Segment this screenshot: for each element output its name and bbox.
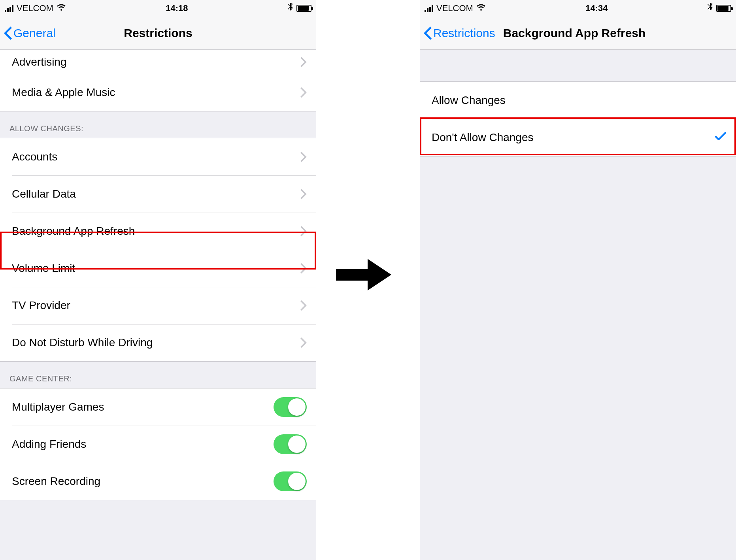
section-header-allow: ALLOW CHANGES: — [0, 111, 316, 138]
row-volume-limit[interactable]: Volume Limit — [0, 250, 316, 287]
row-tv-provider[interactable]: TV Provider — [0, 287, 316, 324]
nav-title: Background App Refresh — [503, 26, 646, 40]
row-dont-allow-changes[interactable]: Don't Allow Changes — [420, 119, 736, 156]
carrier-label: VELCOM — [436, 3, 473, 13]
row-adding-friends[interactable]: Adding Friends — [0, 426, 316, 463]
chevron-right-icon — [300, 57, 307, 67]
row-multiplayer-games[interactable]: Multiplayer Games — [0, 388, 316, 426]
row-screen-recording[interactable]: Screen Recording — [0, 463, 316, 500]
status-right — [708, 3, 731, 14]
row-label: Accounts — [12, 151, 300, 163]
chevron-right-icon — [300, 189, 307, 199]
status-time: 14:34 — [585, 3, 608, 13]
row-label: Media & Apple Music — [12, 86, 300, 99]
bottom-gap — [0, 500, 316, 520]
row-cellular-data[interactable]: Cellular Data — [0, 175, 316, 213]
row-label: Adding Friends — [12, 438, 274, 451]
status-bar: VELCOM 14:34 — [420, 0, 736, 17]
wifi-icon — [476, 3, 486, 13]
battery-icon — [296, 5, 311, 12]
nav-title: Restrictions — [124, 26, 192, 40]
status-left: VELCOM — [425, 3, 486, 13]
top-gap — [420, 50, 736, 81]
section-header-game-center: GAME CENTER: — [0, 362, 316, 388]
nav-back-label: General — [13, 26, 56, 40]
nav-back-label: Restrictions — [433, 26, 495, 40]
signal-icon — [5, 4, 13, 12]
row-label: Allow Changes — [432, 94, 727, 107]
row-label: Don't Allow Changes — [432, 131, 715, 144]
row-label: Advertising — [12, 56, 300, 68]
row-media-apple-music[interactable]: Media & Apple Music — [0, 74, 316, 111]
nav-back-button[interactable]: General — [0, 26, 56, 40]
row-advertising[interactable]: Advertising — [0, 50, 316, 74]
toggle-switch[interactable] — [274, 397, 307, 417]
row-background-app-refresh[interactable]: Background App Refresh — [0, 213, 316, 250]
phone-right: VELCOM 14:34 Restrictions Background App… — [420, 0, 736, 560]
chevron-right-icon — [300, 300, 307, 311]
chevron-left-icon — [424, 26, 432, 40]
chevron-right-icon — [300, 152, 307, 162]
row-label: Volume Limit — [12, 262, 300, 275]
checkmark-icon — [715, 132, 727, 143]
game-center-list: Multiplayer Games Adding Friends Screen … — [0, 388, 316, 500]
status-right — [288, 3, 311, 14]
carrier-label: VELCOM — [17, 3, 53, 13]
phone-left: VELCOM 14:18 General Restrictions Advert… — [0, 0, 316, 560]
arrow-icon — [336, 257, 391, 294]
row-label: Screen Recording — [12, 475, 274, 488]
chevron-right-icon — [300, 338, 307, 348]
row-allow-changes[interactable]: Allow Changes — [420, 82, 736, 119]
nav-bar: Restrictions Background App Refresh — [420, 17, 736, 50]
status-bar: VELCOM 14:18 — [0, 0, 316, 17]
chevron-right-icon — [300, 263, 307, 273]
row-label: Cellular Data — [12, 188, 300, 200]
row-label: Background App Refresh — [12, 225, 300, 238]
chevron-left-icon — [4, 26, 12, 40]
toggle-switch[interactable] — [274, 434, 307, 454]
row-label: Do Not Disturb While Driving — [12, 336, 300, 349]
options-list: Allow Changes Don't Allow Changes — [420, 81, 736, 156]
nav-bar: General Restrictions — [0, 17, 316, 50]
toggle-switch[interactable] — [274, 471, 307, 491]
wifi-icon — [57, 3, 66, 13]
status-left: VELCOM — [5, 3, 66, 13]
row-label: Multiplayer Games — [12, 401, 274, 413]
allow-changes-list: Accounts Cellular Data Background App Re… — [0, 138, 316, 362]
signal-icon — [425, 4, 433, 12]
status-time: 14:18 — [166, 3, 188, 13]
bluetooth-icon — [708, 3, 713, 14]
nav-back-button[interactable]: Restrictions — [420, 26, 495, 40]
row-dnd-driving[interactable]: Do Not Disturb While Driving — [0, 324, 316, 361]
row-label: TV Provider — [12, 299, 300, 312]
battery-icon — [716, 5, 731, 12]
top-list: Advertising Media & Apple Music — [0, 50, 316, 111]
chevron-right-icon — [300, 226, 307, 236]
bluetooth-icon — [288, 3, 293, 14]
chevron-right-icon — [300, 87, 307, 98]
row-accounts[interactable]: Accounts — [0, 138, 316, 175]
